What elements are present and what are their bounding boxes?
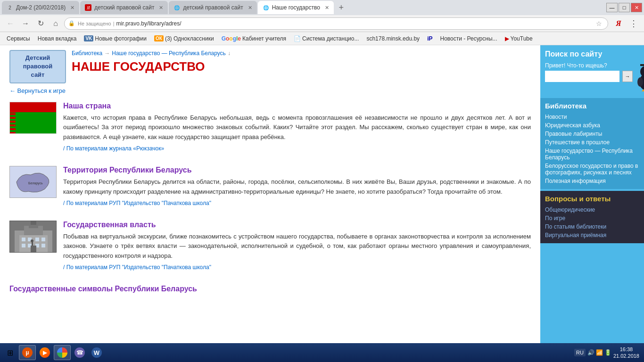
bookmark-google[interactable]: Google Кабинет учителя bbox=[219, 34, 289, 43]
bookmark-star-icon[interactable]: ☆ bbox=[596, 20, 602, 27]
tab-3[interactable]: 🌐 детский правовой сайт ✕ bbox=[169, 1, 256, 14]
logo-area: Детский правовой сайт bbox=[9, 50, 66, 83]
building-image bbox=[9, 221, 57, 253]
bookmark-school[interactable]: sch178.minsk.edu.by bbox=[363, 34, 422, 43]
bookmark-distance-icon: 📄 bbox=[294, 35, 301, 42]
menu-button[interactable]: ⋮ bbox=[627, 17, 640, 30]
tab-3-label: детский правовой сайт bbox=[183, 4, 243, 11]
sidebar-link-our-state[interactable]: Наше государство — Республика Беларусь bbox=[545, 147, 639, 162]
tab-1-close[interactable]: ✕ bbox=[70, 5, 74, 11]
sidebar-link-by-articles[interactable]: По статьям библиотеки bbox=[545, 222, 639, 231]
bookmark-services[interactable]: Сервисы bbox=[4, 34, 33, 43]
language-button[interactable]: RU bbox=[574, 349, 586, 356]
tab-1[interactable]: 2 Дом-2 (20/02/2018) ✕ bbox=[2, 1, 79, 14]
bookmark-ip[interactable]: iP bbox=[424, 34, 435, 43]
back-button[interactable]: ← bbox=[4, 17, 17, 30]
youtube-icon: ▶ bbox=[505, 35, 509, 42]
address-bar[interactable]: 🔒 Не защищено | mir.pravo.by/library/adr… bbox=[64, 17, 608, 30]
article-4-title[interactable]: Государственные символы Республики Белар… bbox=[9, 285, 531, 293]
bookmark-newtab-label: Новая вкладка bbox=[38, 35, 77, 42]
taskbar-chrome[interactable] bbox=[54, 345, 71, 360]
sidebar-search-input[interactable] bbox=[545, 71, 619, 82]
utorrent-icon: µ bbox=[22, 347, 33, 358]
article-1-title[interactable]: Наша страна bbox=[63, 102, 531, 110]
site-logo: Детский правовой сайт bbox=[9, 50, 66, 83]
tray-date-display: 21.02.2018 bbox=[613, 353, 639, 359]
sidebar-link-legal-abc[interactable]: Юридическая азбука bbox=[545, 121, 639, 130]
breadcrumb-library-link[interactable]: Библиотека bbox=[72, 50, 102, 57]
taskbar: ⊞ µ ▶ ☎ W RU 🔊 📶 🔋 16:38 21 bbox=[0, 343, 644, 362]
close-button[interactable]: ✕ bbox=[631, 3, 642, 12]
tab-2-close[interactable]: ✕ bbox=[159, 5, 163, 11]
tray-icons: 🔊 📶 🔋 bbox=[587, 349, 611, 356]
breadcrumb-current-link[interactable]: Наше государство — Республика Беларусь bbox=[112, 50, 226, 57]
security-label: Не защищено bbox=[78, 21, 111, 26]
article-2-source-link[interactable]: / По материалам РУП "Издательство "Пачат… bbox=[63, 200, 211, 206]
maximize-button[interactable]: □ bbox=[619, 3, 630, 12]
sidebar-link-virtual-reception[interactable]: Виртуальная приёмная bbox=[545, 231, 639, 239]
sidebar-link-general-legal[interactable]: Общеюридические bbox=[545, 206, 639, 214]
tab-2-label: детский правовой сайт bbox=[94, 4, 154, 11]
taskbar-word[interactable]: W bbox=[89, 345, 105, 360]
back-to-game-link[interactable]: ← Вернуться к игре bbox=[9, 87, 66, 94]
sidebar-search-section: Поиск по сайту Привет! Что-то ищешь? → bbox=[540, 45, 644, 96]
minimize-button[interactable]: — bbox=[606, 3, 618, 12]
tray-speaker-icon: 🔊 bbox=[587, 349, 594, 356]
nav-right-controls: Я ⋮ bbox=[612, 17, 640, 30]
bookmark-vk[interactable]: VK Новые фотографии bbox=[81, 34, 149, 43]
start-button[interactable]: ⊞ bbox=[2, 345, 18, 360]
taskbar-mediaplayer[interactable]: ▶ bbox=[37, 345, 53, 360]
address-text: mir.pravo.by/library/adres/ bbox=[116, 20, 182, 27]
bookmark-distance-label: Система дистанцио... bbox=[302, 35, 359, 42]
tab-1-favicon: 2 bbox=[7, 4, 13, 11]
article-2-title[interactable]: Территория Республики Беларусь bbox=[63, 166, 531, 174]
article-3-title[interactable]: Государственная власть bbox=[63, 221, 531, 229]
article-1: Наша страна Кажется, что история права в… bbox=[63, 102, 531, 152]
breadcrumb-download-icon: ↓ bbox=[228, 50, 231, 57]
article-4: Государственные символы Республики Белар… bbox=[9, 285, 531, 296]
bookmark-youtube-label: YouTube bbox=[511, 35, 533, 42]
bookmark-distance[interactable]: 📄 Система дистанцио... bbox=[291, 34, 362, 43]
sidebar: Поиск по сайту Привет! Что-то ищешь? → bbox=[540, 45, 644, 343]
svg-rect-15 bbox=[31, 246, 36, 253]
sidebar-link-travel-past[interactable]: Путешествие в прошлое bbox=[545, 138, 639, 147]
article-3-source: / По материалам РУП "Издательство "Пачат… bbox=[63, 264, 531, 271]
bookmark-youtube[interactable]: ▶ YouTube bbox=[502, 34, 536, 43]
sidebar-link-news[interactable]: Новости bbox=[545, 113, 639, 121]
google-icon: Google bbox=[222, 35, 241, 42]
home-button[interactable]: ⌂ bbox=[49, 17, 62, 30]
tab-2[interactable]: Я детский правовой сайт ✕ bbox=[80, 1, 168, 14]
sidebar-link-by-game[interactable]: По игре bbox=[545, 214, 639, 222]
sidebar-search-hint: Привет! Что-то ищешь? bbox=[545, 62, 633, 69]
new-tab-button[interactable]: + bbox=[335, 1, 348, 14]
sidebar-link-belarus-photos[interactable]: Белорусское государство и право в фотогр… bbox=[545, 162, 639, 177]
sidebar-link-useful-info[interactable]: Полезная информация bbox=[545, 177, 639, 185]
article-1-text: Кажется, что история права в Республике … bbox=[63, 113, 531, 142]
bookmark-newtab[interactable]: Новая вкладка bbox=[35, 34, 80, 43]
taskbar-utorrent[interactable]: µ bbox=[19, 345, 36, 360]
svg-point-17 bbox=[31, 239, 33, 242]
ip-icon: iP bbox=[427, 35, 432, 42]
bookmark-ok-label: (3) Одноклассники bbox=[165, 35, 214, 42]
tab-3-close[interactable]: ✕ bbox=[248, 5, 252, 11]
bookmark-ok[interactable]: ОК (3) Одноклассники bbox=[151, 34, 217, 43]
reload-button[interactable]: ↻ bbox=[34, 17, 47, 30]
tab-4[interactable]: 🌐 Наше государство ✕ bbox=[258, 1, 334, 14]
svg-rect-6 bbox=[31, 221, 36, 225]
tab-4-favicon: 🌐 bbox=[263, 4, 269, 11]
taskbar-viber[interactable]: ☎ bbox=[72, 345, 88, 360]
tab-4-close[interactable]: ✕ bbox=[325, 5, 329, 11]
forward-button[interactable]: → bbox=[19, 17, 32, 30]
tray-clock[interactable]: 16:38 21.02.2018 bbox=[613, 346, 639, 360]
svg-rect-7 bbox=[22, 238, 25, 241]
sidebar-search-button[interactable]: → bbox=[622, 71, 633, 82]
tab-4-label: Наше государство bbox=[272, 4, 320, 11]
sidebar-link-legal-mazes[interactable]: Правовые лабиринты bbox=[545, 130, 639, 138]
yandex-icon[interactable]: Я bbox=[612, 17, 625, 30]
article-1-source-link[interactable]: / По материалам журнала «Рюкзачок» bbox=[63, 145, 164, 152]
bookmark-services-label: Сервисы bbox=[7, 35, 30, 42]
taskbar-tray: RU 🔊 📶 🔋 16:38 21.02.2018 bbox=[571, 346, 642, 360]
bookmark-news[interactable]: Новости - Ресурсны... bbox=[437, 34, 500, 43]
svg-text:Беларусь: Беларусь bbox=[28, 181, 43, 185]
article-3-source-link[interactable]: / По материалам РУП "Издательство "Пачат… bbox=[63, 264, 211, 271]
